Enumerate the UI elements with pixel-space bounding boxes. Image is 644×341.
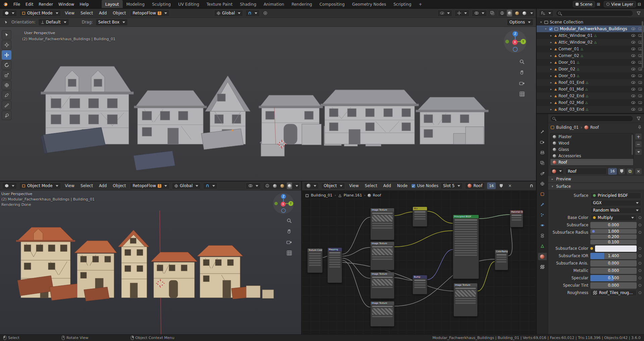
- material-slot[interactable]: Plaster: [550, 133, 633, 140]
- menu-select[interactable]: Select: [78, 9, 95, 17]
- menu-select[interactable]: Select: [78, 181, 95, 190]
- remove-view-layer-button[interactable]: ⊟: [636, 1, 643, 8]
- shader-node-image-texture[interactable]: Image Texture: [453, 283, 478, 317]
- node-header[interactable]: Texture Coordinate: [308, 248, 322, 252]
- menu-view[interactable]: View: [347, 181, 361, 190]
- drag-mode-dropdown[interactable]: Select Box: [96, 19, 128, 26]
- radius-x-field[interactable]: 1.000: [590, 229, 637, 234]
- decorator-dot[interactable]: [639, 277, 641, 279]
- shader-node-texture-coordinate[interactable]: Texture Coordinate: [307, 248, 323, 273]
- menu-window[interactable]: Window: [56, 0, 77, 8]
- tab-tool[interactable]: [538, 128, 547, 135]
- subsurface-ior-slider[interactable]: 1.400: [590, 253, 637, 259]
- expand-arrow-icon[interactable]: ▸: [549, 81, 553, 84]
- gizmos-dropdown[interactable]: [454, 10, 470, 17]
- render-visibility-icon[interactable]: [638, 74, 642, 77]
- material-browse-dropdown[interactable]: Roof: [465, 182, 485, 189]
- node-header[interactable]: Principled BSDF: [453, 215, 479, 218]
- menu-view[interactable]: View: [63, 181, 76, 190]
- viewport-top-canvas[interactable]: User Perspective (2) Modular_Fachwerkhau…: [0, 27, 537, 181]
- tool-add-primitive[interactable]: [2, 111, 11, 120]
- object-row[interactable]: ▸▲Roof_02_Mid△: [537, 99, 644, 106]
- tab-output[interactable]: [538, 149, 547, 156]
- shader-node-image-texture[interactable]: Image Texture: [370, 241, 394, 270]
- menu-edit[interactable]: Edit: [23, 0, 36, 8]
- render-visibility-icon[interactable]: [638, 88, 642, 91]
- render-visibility-icon[interactable]: [638, 68, 642, 70]
- fake-user-shield-button[interactable]: [618, 168, 625, 175]
- object-name[interactable]: Roof_01_Mid: [558, 87, 584, 92]
- collection-checkbox[interactable]: [549, 27, 553, 31]
- node-header[interactable]: Image Texture: [371, 272, 394, 276]
- decorator-dot[interactable]: [639, 284, 641, 287]
- menu-add[interactable]: Add: [97, 9, 109, 17]
- object-name[interactable]: Corner_01: [558, 47, 579, 51]
- overlays-dropdown[interactable]: [472, 10, 487, 17]
- pan-hand-icon[interactable]: [518, 68, 526, 76]
- use-nodes-toggle[interactable]: Use Nodes: [412, 183, 438, 188]
- expand-arrow-icon[interactable]: ▾: [544, 27, 547, 31]
- tab-view-layer[interactable]: [538, 159, 547, 167]
- shading-wireframe-button[interactable]: [499, 10, 505, 16]
- specular-slider[interactable]: 0.500: [590, 275, 637, 281]
- expand-arrow-icon[interactable]: ▾: [539, 20, 543, 24]
- hide-eye-icon[interactable]: [631, 34, 635, 37]
- shader-node-image-texture[interactable]: Image Texture: [370, 272, 394, 299]
- properties-search[interactable]: [550, 115, 633, 122]
- tool-scale[interactable]: [2, 70, 11, 80]
- menu-view[interactable]: View: [63, 9, 76, 17]
- object-row[interactable]: ▸▲Roof_03_End△: [537, 106, 644, 113]
- remove-slot-button[interactable]: −: [635, 141, 642, 148]
- blender-logo[interactable]: [0, 0, 11, 8]
- slot-dropdown[interactable]: Slot 5: [440, 182, 463, 189]
- menu-file[interactable]: File: [11, 0, 23, 8]
- material-slot[interactable]: Glass: [550, 146, 633, 153]
- object-name[interactable]: Door_03: [558, 73, 575, 78]
- zoom-icon[interactable]: [285, 217, 293, 225]
- outliner-scrollbar[interactable]: [642, 21, 643, 68]
- unlink-material-button[interactable]: ×: [635, 168, 642, 175]
- surface-section-header[interactable]: ▾Surface: [548, 183, 644, 190]
- browse-material-button[interactable]: [550, 168, 564, 175]
- tool-rotate[interactable]: [2, 60, 11, 70]
- menu-add[interactable]: Add: [97, 181, 109, 190]
- shading-material-button[interactable]: [279, 182, 285, 189]
- expand-arrow-icon[interactable]: ▸: [549, 34, 553, 37]
- workspace-tab-modeling[interactable]: Modeling: [123, 0, 149, 8]
- navigation-gizmo[interactable]: Z X Y: [503, 30, 527, 54]
- options-dropdown[interactable]: Options: [507, 19, 533, 26]
- object-row[interactable]: ▸▲Door_03△: [537, 72, 644, 79]
- tab-physics[interactable]: [538, 222, 547, 229]
- decorator-dot[interactable]: [639, 262, 641, 265]
- render-visibility-icon[interactable]: [638, 81, 642, 84]
- properties-search-input[interactable]: [557, 116, 631, 120]
- object-row[interactable]: ▸▲Attic_Window_01△: [537, 32, 644, 39]
- xray-toggle[interactable]: [489, 10, 496, 16]
- workspace-tab-geometry-nodes[interactable]: Geometry Nodes: [348, 0, 390, 8]
- pan-hand-icon[interactable]: [285, 227, 293, 235]
- shader-node-image-texture[interactable]: Image Texture: [370, 208, 394, 240]
- node-header[interactable]: Bump: [413, 275, 427, 279]
- shader-node-mix[interactable]: Mix: [413, 207, 427, 227]
- decorator-dot[interactable]: [639, 216, 641, 219]
- hide-eye-icon[interactable]: [631, 81, 635, 84]
- collection-row[interactable]: ▾ Modular_Fachwerkhaus_Buildings: [537, 25, 644, 32]
- object-name[interactable]: Roof_03_End: [558, 107, 584, 112]
- hide-eye-icon[interactable]: [631, 101, 635, 104]
- subsurface-slider[interactable]: 0.000: [590, 222, 637, 228]
- tab-modifiers[interactable]: [538, 201, 547, 208]
- slot-list-scrollbar[interactable]: [632, 135, 633, 155]
- menu-render[interactable]: Render: [36, 0, 56, 8]
- expand-arrow-icon[interactable]: ▸: [549, 47, 553, 51]
- material-users-count[interactable]: 16: [608, 168, 617, 175]
- material-name-field[interactable]: Roof: [565, 168, 607, 175]
- hide-eye-icon[interactable]: [631, 27, 635, 30]
- tab-texture[interactable]: [538, 263, 547, 271]
- object-row[interactable]: ▸▲Door_02△: [537, 66, 644, 72]
- tool-annotate[interactable]: [2, 91, 11, 100]
- radius-y-field[interactable]: 0.200: [590, 234, 637, 239]
- shading-material-button[interactable]: [514, 10, 520, 16]
- editor-type-button[interactable]: [2, 182, 17, 189]
- workspace-tab-rendering[interactable]: Rendering: [288, 0, 316, 8]
- object-row[interactable]: ▸▲Corner_01△: [537, 46, 644, 52]
